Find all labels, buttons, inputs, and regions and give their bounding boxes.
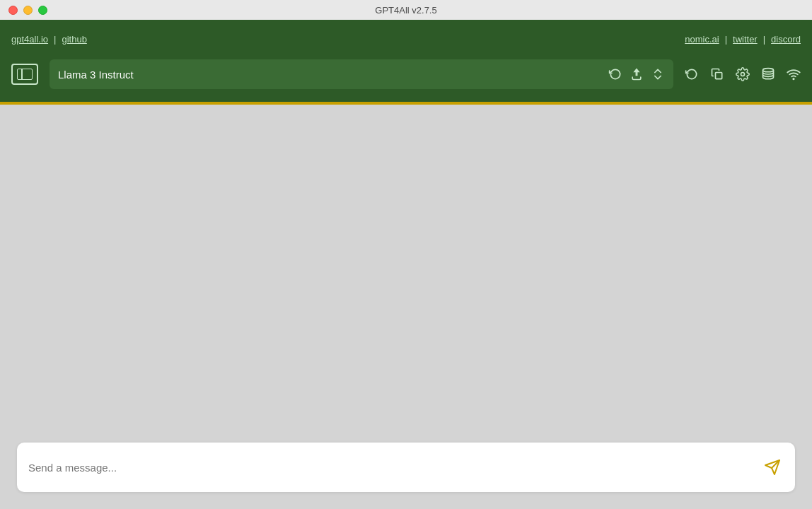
nomic-link[interactable]: nomic.ai: [685, 34, 719, 45]
window-controls: [8, 6, 47, 15]
header-bottom: Llama 3 Instruct: [0, 52, 812, 96]
chevron-updown-icon[interactable]: [651, 67, 665, 81]
separator-2: |: [725, 34, 727, 45]
input-area: [0, 443, 812, 509]
refresh-icon[interactable]: [685, 67, 699, 81]
twitter-link[interactable]: twitter: [733, 34, 758, 45]
right-toolbar: [685, 67, 801, 81]
gpt4all-link[interactable]: gpt4all.io: [11, 34, 48, 45]
separator-3: |: [763, 34, 765, 45]
svg-point-3: [793, 78, 794, 80]
model-name: Llama 3 Instruct: [58, 69, 134, 81]
maximize-button[interactable]: [38, 6, 47, 15]
title-bar: GPT4All v2.7.5: [0, 0, 812, 20]
svg-point-2: [763, 69, 774, 72]
close-button[interactable]: [8, 6, 18, 15]
copy-chat-icon[interactable]: [710, 67, 724, 81]
github-link[interactable]: github: [62, 34, 86, 45]
sidebar-toggle-icon: [17, 69, 33, 80]
input-container: [17, 443, 795, 492]
upload-icon[interactable]: [630, 67, 644, 81]
chat-area[interactable]: [0, 105, 812, 443]
svg-point-1: [741, 73, 745, 76]
main-content: [0, 105, 812, 509]
header-top: gpt4all.io | github nomic.ai | twitter |…: [0, 20, 812, 52]
send-icon: [764, 459, 781, 476]
app-header: gpt4all.io | github nomic.ai | twitter |…: [0, 20, 812, 102]
svg-rect-0: [716, 73, 722, 79]
settings-icon[interactable]: [736, 67, 750, 81]
wifi-icon[interactable]: [787, 67, 801, 81]
header-right-links: nomic.ai | twitter | discord: [685, 34, 801, 45]
header-left-links: gpt4all.io | github: [11, 34, 87, 45]
model-selector[interactable]: Llama 3 Instruct: [50, 59, 673, 89]
reload-icon[interactable]: [608, 67, 622, 81]
app-title: GPT4All v2.7.5: [375, 5, 436, 16]
separator-1: |: [54, 34, 56, 45]
send-button[interactable]: [761, 456, 784, 479]
minimize-button[interactable]: [23, 6, 33, 15]
sidebar-toggle-button[interactable]: [11, 64, 38, 85]
discord-link[interactable]: discord: [771, 34, 801, 45]
database-icon[interactable]: [761, 67, 775, 81]
model-icons: [608, 67, 665, 81]
message-input[interactable]: [28, 449, 761, 486]
